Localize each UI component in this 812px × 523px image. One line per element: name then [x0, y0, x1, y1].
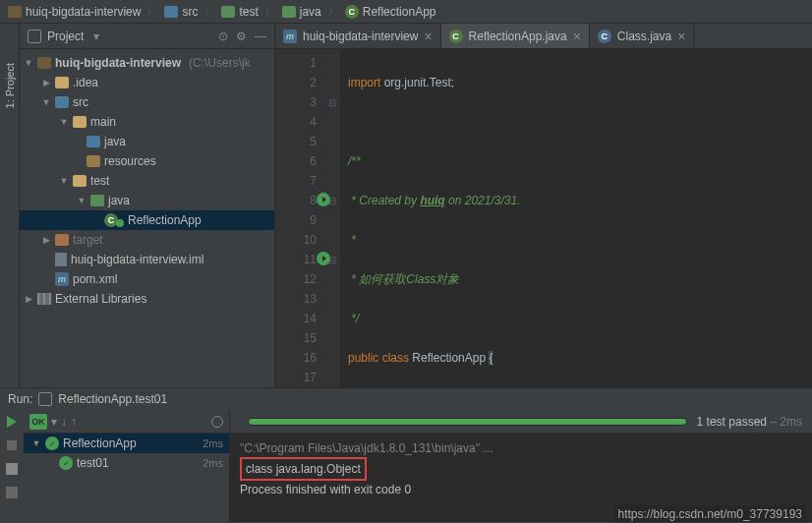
play-icon	[7, 416, 17, 428]
tree-item-test-java[interactable]: java	[20, 191, 274, 210]
close-icon[interactable]: ×	[424, 29, 432, 44]
run-marker-icon	[116, 219, 124, 227]
close-icon[interactable]: ×	[677, 29, 685, 44]
breadcrumb-item[interactable]: src	[164, 5, 198, 19]
caret-down-icon[interactable]	[31, 438, 41, 448]
test-ok-icon: ✓	[59, 456, 73, 470]
code-text[interactable]: import org.junit.Test; /** * Created by …	[340, 49, 812, 387]
tree-item-pom[interactable]: m pom.xml	[20, 269, 274, 289]
folder-icon	[282, 6, 296, 18]
caret-down-icon[interactable]	[24, 58, 33, 68]
class-icon: C	[449, 29, 463, 43]
code-area[interactable]: 1 2 3 4 5 6 7 8 9 10 11 12 13 14 15 16 1…	[275, 49, 812, 387]
gutter[interactable]: 1 2 3 4 5 6 7 8 9 10 11 12 13 14 15 16 1…	[275, 49, 324, 387]
file-icon	[55, 253, 67, 266]
folder-icon	[90, 195, 104, 206]
tree-item-src[interactable]: src	[20, 92, 274, 112]
run-label: Run:	[8, 392, 32, 406]
breadcrumb-item[interactable]: test	[221, 5, 258, 19]
tree-item-target[interactable]: target	[20, 230, 274, 250]
maven-icon: m	[55, 272, 69, 286]
chevron-right-icon: 〉	[264, 3, 276, 20]
test-method-row[interactable]: ✓ test01 2ms	[24, 453, 229, 473]
hide-icon[interactable]: —	[255, 29, 266, 43]
tree-root[interactable]: huiq-bigdata-interview (C:\Users\jk	[20, 53, 274, 73]
tree-item-reflection-app[interactable]: C ReflectionApp	[20, 210, 274, 230]
project-title: Project	[47, 29, 84, 43]
console-out-line: class java.lang.Object	[240, 457, 802, 481]
stop-button[interactable]	[4, 437, 20, 453]
run-config-icon	[38, 392, 52, 406]
run-gutter-icon[interactable]	[317, 252, 330, 265]
breadcrumb-item[interactable]: java	[282, 5, 321, 19]
caret-down-icon[interactable]	[77, 196, 87, 205]
fold-column[interactable]: ⊟ ⊟ ⊟	[324, 49, 340, 387]
status-ok-badge: OK	[29, 414, 47, 430]
console-exit: Process finished with exit code 0	[240, 481, 802, 498]
resources-folder-icon	[87, 155, 100, 167]
pin-icon	[6, 487, 18, 498]
run-panel: Run: ReflectionApp.test01 OK ▾ ↓ ↑ ✓ Ref…	[0, 387, 812, 522]
class-icon: C	[345, 5, 359, 19]
close-icon[interactable]: ×	[573, 29, 581, 44]
folder-icon	[37, 57, 51, 69]
tree-item-resources[interactable]: resources	[20, 151, 274, 171]
caret-down-icon[interactable]	[41, 97, 51, 107]
run-header: Run: ReflectionApp.test01	[0, 388, 812, 410]
class-icon: C	[598, 29, 611, 43]
layout-button[interactable]	[4, 461, 20, 477]
folder-icon	[73, 175, 87, 187]
test-class-row[interactable]: ✓ ReflectionApp 2ms	[24, 434, 229, 453]
gear-icon[interactable]: ⚙	[236, 29, 247, 43]
run-test-name: ReflectionApp.test01	[58, 392, 167, 406]
progress-bar-row: 1 test passed – 2ms	[230, 410, 812, 434]
console-cmd: "C:\Program Files\Java\jdk1.8.0_131\bin\…	[240, 439, 802, 457]
collapse-icon[interactable]: ⊙	[218, 29, 228, 43]
tree-item-ext-lib[interactable]: External Libraries	[20, 289, 274, 309]
caret-right-icon[interactable]	[41, 78, 51, 87]
chevron-right-icon: 〉	[146, 3, 158, 20]
project-header: Project ▾ ⊙ ⚙ —	[20, 24, 274, 49]
run-status-bar: OK ▾ ↓ ↑	[24, 410, 229, 434]
layout-icon	[6, 463, 18, 475]
tab-class-java[interactable]: C Class.java ×	[590, 24, 695, 48]
watermark: https://blog.csdn.net/m0_37739193	[614, 505, 806, 523]
chevron-right-icon: 〉	[203, 3, 215, 20]
caret-down-icon[interactable]	[59, 117, 69, 127]
editor: m huiq-bigdata-interview × C ReflectionA…	[275, 24, 812, 387]
test-ok-icon: ✓	[45, 436, 59, 450]
breadcrumb: huiq-bigdata-interview 〉 src 〉 test 〉 ja…	[0, 0, 812, 24]
tree-item-iml[interactable]: huiq-bigdata-interview.iml	[20, 250, 274, 269]
tree-item-test[interactable]: test	[20, 171, 274, 191]
caret-right-icon[interactable]	[24, 294, 33, 304]
clock-icon[interactable]	[211, 416, 223, 428]
run-gutter-icon[interactable]	[317, 193, 330, 206]
chevron-right-icon: 〉	[327, 3, 339, 20]
tree-item-main-java[interactable]: java	[20, 132, 274, 151]
folder-icon	[164, 6, 178, 18]
tab-reflection-app[interactable]: C ReflectionApp.java ×	[441, 24, 590, 48]
breadcrumb-item[interactable]: huiq-bigdata-interview	[8, 5, 141, 19]
pin-button[interactable]	[4, 485, 20, 500]
folder-icon	[87, 136, 100, 147]
editor-tabs: m huiq-bigdata-interview × C ReflectionA…	[275, 24, 812, 49]
folder-icon	[73, 116, 87, 128]
project-tree: huiq-bigdata-interview (C:\Users\jk .ide…	[20, 49, 274, 313]
run-test-tree: OK ▾ ↓ ↑ ✓ ReflectionApp 2ms ✓ test01 2m…	[24, 410, 230, 522]
tree-item-main[interactable]: main	[20, 112, 274, 132]
sidebar-tab-project[interactable]: 1: Project	[0, 24, 20, 387]
panel-icon	[28, 29, 41, 43]
progress-bar	[248, 418, 687, 426]
tab-module[interactable]: m huiq-bigdata-interview ×	[275, 24, 441, 48]
run-button[interactable]	[4, 414, 20, 430]
folder-icon	[221, 6, 235, 18]
tree-item-idea[interactable]: .idea	[20, 73, 274, 92]
folder-icon	[55, 77, 69, 88]
stop-icon	[7, 440, 17, 450]
project-panel: Project ▾ ⊙ ⚙ — huiq-bigdata-interview (…	[20, 24, 275, 387]
breadcrumb-item[interactable]: CReflectionApp	[345, 5, 436, 19]
folder-icon	[55, 234, 69, 246]
caret-right-icon[interactable]	[41, 235, 51, 245]
caret-down-icon[interactable]	[59, 176, 69, 186]
run-toolbar	[0, 410, 24, 522]
